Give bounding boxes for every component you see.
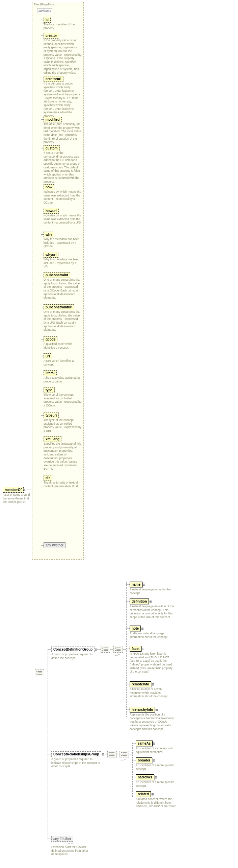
- attr-dir-desc: The directionality of textual content (e…: [44, 481, 81, 488]
- attr-creator-desc: If the property value is not defined, sp…: [44, 39, 81, 74]
- attr-creator: creator: [44, 33, 59, 39]
- attr-literal: literal: [44, 370, 57, 376]
- attr-typeuri: typeuri: [44, 413, 59, 418]
- attr-dir: dir: [44, 475, 52, 481]
- attr-xmllang: xml:lang: [44, 436, 61, 442]
- attr-creatoruri-desc: If the attribute is empty, specifies whi…: [44, 82, 81, 118]
- any-other-attributes: any ##other: [44, 542, 65, 548]
- defn-choice-compositor: [101, 646, 110, 653]
- concept-definition-group[interactable]: ConceptDefinitionGroup: [51, 647, 95, 652]
- any-other-extension: any ##other: [51, 836, 73, 842]
- attr-howuri-desc: Indicates by which means the value was e…: [44, 214, 81, 225]
- attr-why-desc: Why the metadata has been included - exp…: [44, 237, 81, 248]
- attr-howuri: howuri: [44, 208, 59, 214]
- ext-cardinality: 0..∞: [68, 842, 73, 845]
- rel-choice-compositor: [107, 751, 117, 757]
- attr-why: why: [44, 232, 54, 237]
- member-of-desc: A set of Items around the same theme tha…: [3, 493, 31, 504]
- member-of-element[interactable]: memberOf: [3, 487, 24, 493]
- attr-id: id: [44, 17, 51, 23]
- concept-definition-group-desc: A group of properties required to define…: [51, 653, 99, 660]
- ext-desc: Extension point for provider-defined pro…: [51, 845, 95, 856]
- attr-qcode-desc: A qualified code which identifies a conc…: [44, 342, 81, 349]
- attr-pubconstrainturi-desc: One or many constraints that apply to pu…: [44, 310, 81, 332]
- type-label: Flex1PropType: [34, 3, 54, 6]
- attr-uri-desc: A URI which identifies a concept.: [44, 359, 81, 366]
- attr-whyuri-desc: Why the metadata has been included - exp…: [44, 258, 81, 268]
- concept-relationships-group-desc: A group of properties required to indica…: [51, 757, 102, 768]
- elem-broader[interactable]: broader: [136, 757, 152, 763]
- elem-hierarchyinfo-desc: Represents the position of a concept in …: [130, 713, 175, 731]
- elem-narrower-desc: An identifier of a more specific concept…: [136, 780, 180, 788]
- elem-name-desc: A natural language name for the concept.: [130, 588, 174, 595]
- attr-typeuri-desc: The type of the concept assigned as cont…: [44, 418, 81, 433]
- elem-facet-desc: In NAR 1.8 and later, facet is deprecate…: [130, 652, 175, 674]
- attr-xmllang-desc: Specifies the language of this property …: [44, 442, 81, 471]
- elem-definition-desc: A natural language definition of the sem…: [130, 605, 175, 619]
- attr-pubconstraint-desc: One or many constraints that apply to pu…: [44, 278, 81, 300]
- elem-related-desc: A related concept, where the relationshi…: [136, 797, 181, 808]
- attr-type: type: [44, 387, 55, 393]
- rel-cardinality: 0..∞: [121, 758, 126, 761]
- sequence-compositor: [35, 670, 44, 676]
- elem-name[interactable]: name: [130, 582, 142, 587]
- elem-definition[interactable]: definition: [130, 599, 149, 604]
- elem-narrower[interactable]: narrower: [136, 774, 154, 780]
- attr-pubconstraint: pubconstraint: [44, 272, 70, 278]
- elem-sameas[interactable]: sameAs: [136, 741, 153, 746]
- diagram-canvas: Flex1PropType attributes memberOf A set …: [0, 0, 238, 868]
- attr-custom: custom: [44, 145, 60, 151]
- attr-literal-desc: A free-text value assigned as property v…: [44, 376, 81, 383]
- attr-id-desc: The local identifier of the property.: [44, 23, 81, 30]
- elem-remoteinfo[interactable]: remoteInfo: [130, 681, 151, 687]
- concept-relationships-group[interactable]: ConceptRelationshipsGroup: [51, 751, 101, 757]
- attributes-box: attributes: [37, 8, 52, 13]
- elem-related[interactable]: related: [136, 791, 151, 797]
- defn-sequence-compositor: [113, 646, 123, 653]
- rel-sequence-compositor: [120, 751, 129, 757]
- attr-creatoruri: creatoruri: [44, 76, 63, 82]
- attr-modified: modified: [44, 117, 62, 122]
- attr-how: how: [44, 184, 54, 190]
- attr-modified-desc: The date (and, optionally, the time) whe…: [44, 122, 81, 144]
- elem-remoteinfo-desc: A link to an item or a web resource whic…: [130, 687, 174, 698]
- elem-broader-desc: An identifier of a more generic concept.: [136, 764, 180, 771]
- elem-sameas-desc: An identifier of a concept with equivale…: [136, 747, 180, 754]
- attr-pubconstrainturi: pubconstrainturi: [44, 304, 74, 310]
- attr-whyuri: whyuri: [44, 252, 58, 258]
- elem-hierarchyinfo[interactable]: hierarchyInfo: [130, 707, 155, 712]
- elem-note[interactable]: note: [130, 626, 141, 631]
- defn-cardinality: 0..∞: [115, 653, 120, 656]
- elem-facet[interactable]: facet: [130, 646, 141, 652]
- attr-custom-desc: If set to true the corresponding propert…: [44, 151, 81, 184]
- elem-note-desc: Additional natural language information …: [130, 632, 174, 639]
- attr-qcode: qcode: [44, 336, 57, 342]
- attr-how-desc: Indicates by which means the value was e…: [44, 190, 81, 205]
- attr-type-desc: The type of the concept assigned as cont…: [44, 393, 81, 407]
- attr-uri: uri: [44, 353, 52, 359]
